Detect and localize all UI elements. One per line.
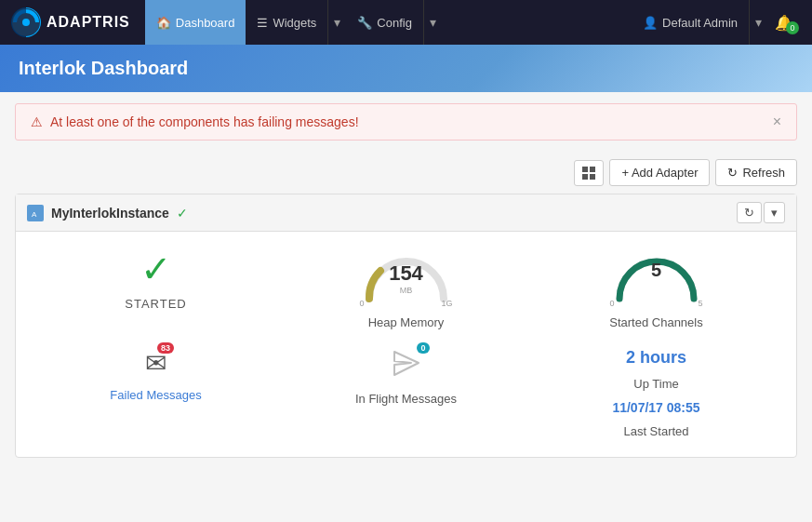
- adapter-panel: A MyInterlokInstance ✓ ↻ ▾ ✓ STARTED: [15, 194, 797, 458]
- brand-logo: ADAPTRIS: [11, 7, 130, 37]
- notification-count: 0: [786, 21, 799, 34]
- nav-widgets[interactable]: ☰ Widgets: [246, 0, 327, 45]
- warning-icon: ⚠: [31, 114, 43, 129]
- home-icon: 🏠: [156, 16, 171, 30]
- widget-status: ✓ STARTED: [31, 250, 281, 329]
- widget-heap-memory: 154 MB 0 1G Heap Memory: [281, 250, 531, 329]
- svg-marker-8: [394, 352, 419, 375]
- brand-name: ADAPTRIS: [47, 14, 130, 31]
- adapter-header: A MyInterlokInstance ✓ ↻ ▾: [16, 194, 796, 232]
- in-flight-label: In Flight Messages: [355, 392, 457, 406]
- channels-label: Started Channels: [609, 315, 702, 329]
- page-title: Interlok Dashboard: [19, 58, 188, 78]
- channels-gauge-labels: 0 5: [610, 299, 703, 308]
- nav-config[interactable]: 🔧 Config: [346, 0, 423, 45]
- uptime-label: Up Time: [633, 377, 678, 391]
- channels-value: 5: [651, 260, 661, 281]
- heap-label: Heap Memory: [368, 315, 445, 329]
- grid-icon: [582, 167, 595, 180]
- in-flight-icon-wrap: 0: [391, 348, 422, 382]
- notification-bell[interactable]: 🔔 0: [767, 14, 801, 32]
- failed-messages-link[interactable]: Failed Messages: [110, 388, 201, 402]
- status-check-icon: ✓: [140, 250, 172, 288]
- plane-icon: [391, 348, 422, 380]
- last-started-value: 11/07/17 08:55: [612, 400, 699, 415]
- last-started-label: Last Started: [623, 424, 688, 438]
- widget-channels: 5 0 5 Started Channels: [531, 250, 781, 329]
- adapter-menu-button[interactable]: ▾: [764, 202, 785, 223]
- svg-rect-3: [590, 167, 595, 172]
- heap-gauge-labels: 0 1G: [360, 299, 453, 308]
- adapter-icon: A: [27, 205, 44, 221]
- alert-close-button[interactable]: ×: [773, 114, 781, 130]
- failed-messages-icon-wrap: ✉ 83: [145, 348, 166, 379]
- svg-rect-5: [590, 174, 595, 180]
- alert-text: ⚠ At least one of the components has fai…: [31, 114, 359, 129]
- in-flight-badge: 0: [417, 342, 429, 354]
- user-icon: 👤: [643, 16, 658, 30]
- svg-point-1: [22, 19, 30, 26]
- toolbar: + Add Adapter ↻ Refresh: [0, 152, 812, 194]
- svg-rect-4: [582, 174, 588, 180]
- config-icon: 🔧: [357, 16, 372, 30]
- channels-gauge: 5 0 5: [610, 250, 703, 306]
- widgets-icon: ☰: [257, 16, 268, 30]
- alert-banner: ⚠ At least one of the components has fai…: [15, 103, 797, 141]
- adapter-status-check: ✓: [177, 206, 188, 221]
- adapter-name: MyInterlokInstance: [51, 206, 169, 221]
- widget-uptime: 2 hours Up Time 11/07/17 08:55 Last Star…: [531, 348, 781, 438]
- refresh-button[interactable]: ↻ Refresh: [715, 159, 797, 186]
- heap-value: 154: [389, 261, 423, 286]
- adapter-header-left: A MyInterlokInstance ✓: [27, 205, 188, 221]
- refresh-icon: ↻: [727, 166, 738, 180]
- svg-text:A: A: [32, 210, 37, 219]
- page-header: Interlok Dashboard: [0, 45, 812, 92]
- alert-message: At least one of the components has faili…: [50, 114, 359, 129]
- admin-dropdown[interactable]: ▾: [749, 0, 767, 45]
- heap-unit: MB: [400, 286, 413, 295]
- adapter-logo-icon: A: [30, 207, 41, 219]
- uptime-value: 2 hours: [626, 348, 686, 368]
- widget-in-flight-messages: 0 In Flight Messages: [281, 348, 531, 438]
- heap-gauge: 154 MB 0 1G: [360, 250, 453, 306]
- grid-view-button[interactable]: [574, 160, 604, 186]
- svg-rect-2: [582, 167, 588, 172]
- failed-messages-badge: 83: [157, 342, 174, 354]
- adapter-body: ✓ STARTED 154 MB 0 1G Heap Memory: [16, 232, 796, 457]
- status-label: STARTED: [125, 297, 186, 311]
- logo-icon: [11, 7, 41, 37]
- adapter-header-right: ↻ ▾: [737, 202, 785, 223]
- config-dropdown[interactable]: ▾: [423, 0, 442, 45]
- add-adapter-button[interactable]: + Add Adapter: [609, 159, 710, 186]
- adapter-refresh-button[interactable]: ↻: [737, 202, 762, 223]
- widget-failed-messages: ✉ 83 Failed Messages: [31, 348, 281, 438]
- nav-admin[interactable]: 👤 Default Admin: [632, 0, 749, 45]
- nav-dashboard[interactable]: 🏠 Dashboard: [145, 0, 246, 45]
- widgets-dropdown[interactable]: ▾: [327, 0, 346, 45]
